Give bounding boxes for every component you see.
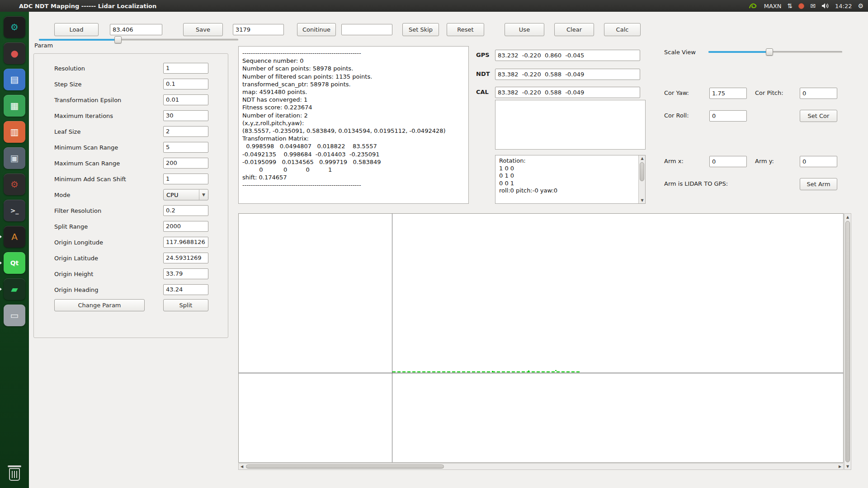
volume-icon[interactable] xyxy=(821,3,829,9)
canvas-hscroll-thumb[interactable] xyxy=(246,465,444,469)
clock-label[interactable]: 14:22 xyxy=(835,3,852,9)
resolution-input[interactable] xyxy=(163,63,208,74)
scale-view-label: Scale View xyxy=(664,49,696,56)
rotation-scroll-thumb[interactable] xyxy=(640,162,644,181)
dock-item-writer[interactable]: ▤ xyxy=(4,69,25,90)
use-button[interactable]: Use xyxy=(505,23,544,36)
origin-heading-label: Origin Heading xyxy=(54,286,99,293)
split-range-label: Split Range xyxy=(54,223,88,230)
status-dot-icon[interactable] xyxy=(798,3,804,9)
gpu-mode-label[interactable]: MAXN xyxy=(764,3,782,9)
progress-slider-fill xyxy=(39,39,118,41)
progress-slider[interactable] xyxy=(39,39,238,41)
update-manager-icon: ● xyxy=(10,49,18,58)
rotation-box[interactable]: Rotation: 1 0 0 0 1 0 0 0 1 roll:0 pitch… xyxy=(495,155,646,204)
param-row-origin-height: Origin Height xyxy=(34,266,228,282)
param-row-split-range: Split Range xyxy=(34,218,228,234)
dock-item-vehicle-tool[interactable]: ▰ xyxy=(4,278,25,300)
set-skip-button[interactable]: Set Skip xyxy=(402,23,439,36)
dock-item-qt-creator[interactable]: ⚙ xyxy=(4,16,25,38)
scroll-right-icon[interactable]: ▶ xyxy=(837,464,843,469)
ndt-pose-input[interactable] xyxy=(495,69,640,80)
leaf-size-input[interactable] xyxy=(163,126,208,137)
network-arrows-icon[interactable]: ⇅ xyxy=(788,2,793,9)
continue-value-input[interactable] xyxy=(341,24,392,35)
arm-x-input[interactable] xyxy=(709,156,747,167)
scroll-down-icon[interactable]: ▼ xyxy=(844,463,851,469)
canvas-hscrollbar[interactable]: ◀ ▶ xyxy=(238,463,844,470)
mode-dropdown[interactable]: CPU ▼ xyxy=(163,189,208,200)
rotation-text: Rotation: 1 0 0 0 1 0 0 0 1 roll:0 pitch… xyxy=(495,155,645,197)
dock-item-trash[interactable] xyxy=(6,464,23,483)
maximum-scan-range-input[interactable] xyxy=(163,158,208,169)
dock-item-software-center[interactable]: ▣ xyxy=(4,147,25,169)
param-group-title: Param xyxy=(34,42,53,49)
save-button[interactable]: Save xyxy=(183,23,223,36)
preview-box[interactable] xyxy=(495,100,646,150)
ndt-log-output[interactable]: ----------------------------------------… xyxy=(238,46,469,204)
minimum-add-scan-shift-input[interactable] xyxy=(163,174,208,184)
save-value-input[interactable] xyxy=(233,24,284,35)
dock-item-terminal[interactable]: >_ xyxy=(4,200,25,221)
minimum-scan-range-input[interactable] xyxy=(163,142,208,153)
dock-item-update-manager[interactable]: ● xyxy=(4,42,25,64)
scroll-up-icon[interactable]: ▲ xyxy=(844,214,851,220)
scroll-up-icon[interactable]: ▲ xyxy=(639,155,646,161)
split-range-input[interactable] xyxy=(163,221,208,232)
transformation-epsilon-input[interactable] xyxy=(163,94,208,105)
param-row-leaf-size: Leaf Size xyxy=(34,123,228,139)
qt-icon: Qt xyxy=(10,260,19,266)
scale-view-slider[interactable] xyxy=(708,51,842,53)
dock-item-a-tool[interactable]: A xyxy=(4,226,25,248)
split-button[interactable]: Split xyxy=(163,299,208,311)
rotation-scrollbar[interactable]: ▲ ▼ xyxy=(638,155,645,203)
change-param-button[interactable]: Change Param xyxy=(54,299,145,311)
leaf-size-label: Leaf Size xyxy=(54,128,80,135)
impress-icon: ▥ xyxy=(10,127,19,136)
scroll-down-icon[interactable]: ▼ xyxy=(639,197,646,203)
dock-item-impress[interactable]: ▥ xyxy=(4,121,25,143)
arm-y-label: Arm y: xyxy=(755,158,774,164)
set-arm-button[interactable]: Set Arm xyxy=(800,178,837,190)
calc-button[interactable]: Calc xyxy=(604,23,641,36)
writer-icon: ▤ xyxy=(10,75,19,84)
maximum-scan-range-label: Maximum Scan Range xyxy=(54,160,120,166)
dock-item-disk-utility[interactable]: ▭ xyxy=(4,305,25,326)
dock-item-calc[interactable]: ▦ xyxy=(4,95,25,117)
origin-longitude-label: Origin Longitude xyxy=(54,239,103,245)
session-gear-icon[interactable]: ⚙ xyxy=(858,2,863,9)
cor-yaw-input[interactable] xyxy=(709,88,747,99)
origin-latitude-input[interactable] xyxy=(163,253,208,263)
cor-yaw-label: Cor Yaw: xyxy=(664,89,689,96)
cal-label: CAL xyxy=(476,89,489,95)
filter-resolution-input[interactable] xyxy=(163,205,208,216)
trash-icon xyxy=(8,465,21,467)
maximum-iterations-input[interactable] xyxy=(163,110,208,121)
origin-heading-input[interactable] xyxy=(163,284,208,295)
mail-icon[interactable]: ✉ xyxy=(810,2,816,9)
load-value-input[interactable] xyxy=(110,24,162,35)
nvidia-icon[interactable] xyxy=(748,3,758,9)
arm-y-input[interactable] xyxy=(800,156,837,167)
scale-view-slider-handle[interactable] xyxy=(766,48,773,56)
origin-longitude-input[interactable] xyxy=(163,237,208,248)
dock-item-settings[interactable]: ⚙ xyxy=(4,174,25,195)
canvas-vscrollbar[interactable]: ▲ ▼ xyxy=(844,213,851,470)
step-size-label: Step Size xyxy=(54,80,81,87)
origin-height-input[interactable] xyxy=(163,268,208,279)
canvas-vscroll-thumb[interactable] xyxy=(845,221,850,462)
cor-roll-input[interactable] xyxy=(709,110,747,122)
progress-slider-handle[interactable] xyxy=(114,36,122,43)
gps-pose-input[interactable] xyxy=(495,50,640,61)
set-cor-button[interactable]: Set Cor xyxy=(800,110,837,122)
reset-button[interactable]: Reset xyxy=(447,23,484,36)
scroll-left-icon[interactable]: ◀ xyxy=(239,464,245,469)
continue-button[interactable]: Conitinue xyxy=(297,23,336,36)
cal-pose-input[interactable] xyxy=(495,87,640,98)
cor-pitch-input[interactable] xyxy=(800,88,837,99)
dock-item-qt[interactable]: Qt xyxy=(4,252,25,274)
clear-button[interactable]: Clear xyxy=(554,23,594,36)
step-size-input[interactable] xyxy=(163,79,208,89)
load-button[interactable]: Load xyxy=(54,23,99,36)
map-canvas[interactable] xyxy=(238,213,844,463)
